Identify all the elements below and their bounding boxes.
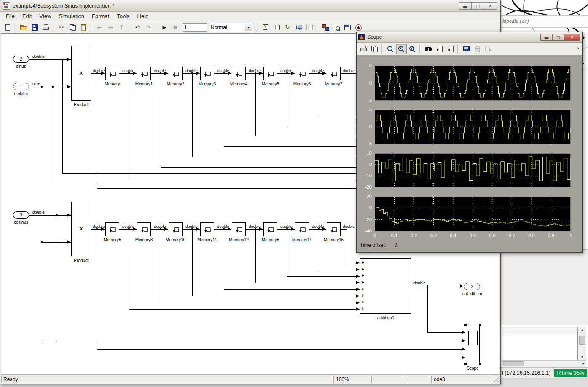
port-cosinus[interactable]: 3 [13, 211, 29, 219]
scope-minimize-button[interactable]: ▬ [540, 34, 553, 41]
new-model-icon[interactable] [2, 22, 13, 33]
menu-file[interactable]: File [2, 12, 19, 20]
start-simulation-icon[interactable]: ▶ [159, 22, 170, 33]
library-stack-icon[interactable] [293, 22, 304, 33]
scope-zoom-y-icon[interactable]: y [407, 44, 418, 54]
dropdown-arrow-icon[interactable]: ▼ [245, 24, 252, 31]
sim-time-input[interactable] [183, 23, 207, 32]
titlebar[interactable]: example4/Subsystem Sinus Implemention * … [0, 0, 500, 12]
resize-grip[interactable] [494, 376, 499, 382]
rtw-target-icon[interactable]: ✱ [353, 22, 364, 33]
scope-plot-3[interactable] [375, 153, 571, 187]
menu-help[interactable]: Help [134, 12, 153, 20]
block-memory3-top3[interactable] [200, 67, 214, 80]
selection-handle[interactable] [464, 324, 467, 326]
menu-format[interactable]: Format [88, 12, 113, 20]
block-memory5-top5[interactable] [263, 67, 277, 80]
scope-zoom-x-icon[interactable]: x [396, 44, 407, 54]
port-out_dft_im[interactable]: 2 [464, 283, 480, 290]
block-memory1-top1[interactable] [137, 67, 151, 80]
scope-plot-1[interactable] [375, 66, 571, 101]
minimize-button[interactable]: ▬ [459, 2, 472, 10]
cut-icon[interactable]: ✂ [56, 22, 67, 33]
selection-handle[interactable] [464, 363, 467, 365]
scope-close-button[interactable]: ✕ [564, 34, 580, 41]
dock-arrow-icon[interactable]: ↘ [576, 45, 580, 51]
scope-parameters-icon[interactable] [369, 44, 380, 54]
block-memory5-bottom5[interactable] [263, 222, 277, 236]
block-memory11-bottom3[interactable] [200, 222, 214, 236]
toolbar-separator [257, 23, 258, 32]
block-memory7-top7[interactable] [327, 67, 341, 80]
vertical-scrollbar[interactable]: ▲ ▼ [578, 327, 586, 360]
block-memory15-bottom7[interactable] [327, 222, 341, 236]
close-button[interactable]: ✕ [484, 2, 497, 10]
scope-plot-4[interactable] [375, 197, 571, 231]
block-memory14-bottom6[interactable] [295, 222, 309, 236]
scrollbar-thumb[interactable] [579, 336, 585, 345]
copy-icon[interactable] [67, 22, 78, 33]
block-memory8-bottom1[interactable] [137, 222, 151, 236]
block-label-bottom5: Memory5 [254, 238, 287, 242]
plus-input-mark: + [362, 273, 364, 278]
navigate-forward-icon[interactable]: → [105, 22, 116, 33]
scrollbar-thumb[interactable] [503, 361, 524, 366]
selection-handle[interactable] [479, 363, 481, 365]
scope-save-axes-icon[interactable]: ▸ [434, 44, 445, 54]
browser-tab-title[interactable]: kipedia (de) [502, 18, 529, 24]
scope-titlebar[interactable]: Scope ▬ ▢ ✕ [357, 32, 582, 43]
simulink-library-icon[interactable] [320, 22, 331, 33]
port-i_alpha[interactable]: 1 [13, 83, 29, 90]
block-product1[interactable]: ✕ [71, 46, 91, 101]
menu-simulation[interactable]: Simulation [55, 12, 88, 20]
toolbar-separator [156, 23, 157, 32]
block-memory5-bottom0[interactable] [105, 222, 119, 236]
scope-maximize-button[interactable]: ▢ [552, 34, 564, 41]
selection-handle[interactable] [479, 324, 481, 326]
scope-plot-2[interactable] [375, 110, 571, 144]
update-diagram-icon[interactable]: ↻ [282, 22, 293, 33]
scope-restore-axes-icon[interactable]: ◂ [445, 44, 456, 54]
sim-mode-dropdown[interactable]: Normal▼ [209, 23, 253, 32]
block-memory12-bottom4[interactable] [232, 222, 246, 236]
menu-edit[interactable]: Edit [19, 12, 35, 20]
port-sinus[interactable]: 2 [13, 56, 29, 63]
maximize-button[interactable]: ▢ [471, 2, 484, 10]
scope-zoom-icon[interactable] [385, 44, 396, 54]
plus-input-mark: + [362, 267, 364, 272]
toolbar-separator [457, 45, 459, 53]
signal-type-label: double [280, 68, 293, 73]
scope-floating-scope-icon[interactable] [461, 44, 472, 54]
scope-autoscale-icon[interactable] [423, 44, 434, 54]
block-addition1[interactable]: ++++++++ [360, 258, 411, 314]
menu-view[interactable]: View [35, 12, 55, 20]
find-in-model-icon[interactable] [331, 22, 342, 33]
signal-type-label: double [312, 68, 324, 73]
scroll-up-icon[interactable]: ▲ [578, 327, 586, 333]
navigate-back-icon[interactable]: ← [94, 22, 105, 33]
menu-tools[interactable]: Tools [113, 12, 133, 20]
model-browser-icon[interactable]: Y [260, 22, 271, 33]
block-product2[interactable]: ✕ [71, 202, 91, 256]
y-tick-label: -20 [358, 184, 372, 189]
paste-icon[interactable] [78, 22, 89, 33]
scope-print-icon[interactable] [358, 44, 369, 54]
undo-icon[interactable]: ↶ [132, 22, 143, 33]
wire-arrowhead [462, 331, 465, 334]
horizontal-scrollbar[interactable]: ► [502, 360, 586, 367]
scroll-right-icon[interactable]: ► [582, 361, 585, 366]
print-icon[interactable] [40, 22, 51, 33]
library-browser-icon[interactable] [271, 22, 282, 33]
save-model-icon[interactable] [29, 22, 40, 33]
block-scope[interactable] [466, 326, 480, 363]
block-memory2-top2[interactable] [169, 67, 183, 80]
block-memory6-top6[interactable] [295, 67, 309, 80]
block-memory10-bottom2[interactable] [169, 222, 183, 236]
block-memory-top0[interactable] [105, 67, 119, 80]
block-memory4-top4[interactable] [232, 67, 246, 80]
open-model-icon[interactable] [18, 22, 29, 33]
scroll-down-icon[interactable]: ▼ [578, 354, 586, 360]
background-statusbar: l (172.16.15.216.1.1) RTime 35% [499, 367, 588, 378]
model-explorer-icon[interactable] [342, 22, 353, 33]
navigate-up-icon[interactable]: ↑ [116, 22, 127, 33]
